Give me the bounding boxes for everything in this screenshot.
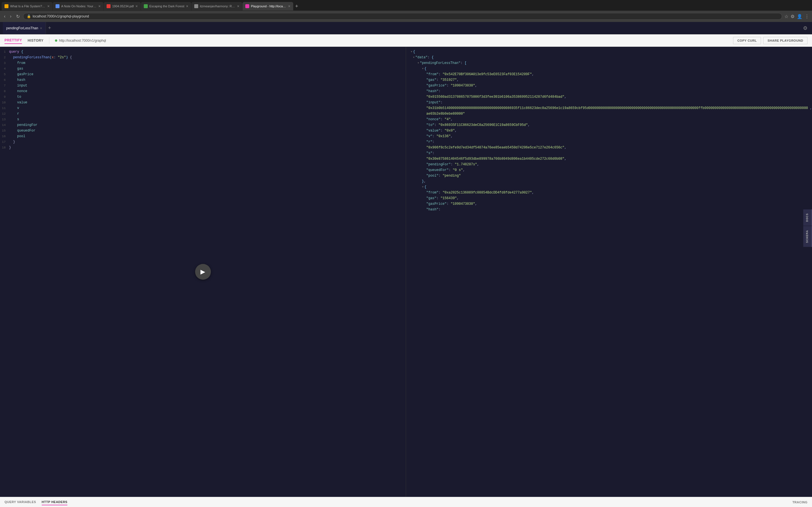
settings-icon[interactable]: ⚙: [799, 23, 812, 34]
resp-line-12: "nonce": "4",: [408, 117, 812, 122]
line-content-6: hash: [9, 77, 406, 83]
browser-tab-3[interactable]: 1904.05234.pdf ×: [104, 2, 141, 10]
tracing-label: TRACING: [792, 501, 808, 504]
execute-query-button[interactable]: ▶: [195, 264, 211, 280]
http-headers-tab[interactable]: HTTP HEADERS: [42, 499, 67, 505]
endpoint-status-dot: [55, 40, 57, 42]
code-line-17: 17 }: [0, 139, 406, 145]
line-number-13: 13: [0, 117, 9, 122]
tab-close-2[interactable]: ×: [98, 4, 101, 8]
schema-tab[interactable]: SCHEMA: [803, 226, 812, 247]
reload-button[interactable]: ↻: [15, 13, 21, 20]
resp-line-5: "from": "0x542E70Bf306A013e9fc53eE6523Fa…: [408, 71, 812, 77]
bottom-tabs: QUERY VARIABLES HTTP HEADERS: [4, 499, 67, 505]
code-line-11: 11 v: [0, 105, 406, 111]
tab-close-1[interactable]: ×: [47, 4, 50, 8]
tab-favicon-4: [144, 4, 148, 8]
query-variables-tab[interactable]: QUERY VARIABLES: [4, 499, 36, 505]
line-content-1: query {: [9, 49, 406, 55]
line-content-10: value: [9, 100, 406, 105]
menu-icon[interactable]: ⋮: [805, 14, 809, 19]
playground-app: pendingForLessThan × + ⚙ PRETTIFY HISTOR…: [0, 22, 812, 507]
bookmark-icon[interactable]: ☆: [784, 14, 788, 19]
browser-actions: ☆ ⚙ 👤 ⋮: [784, 14, 809, 19]
tab-close-4[interactable]: ×: [186, 4, 188, 8]
line-number-9: 9: [0, 94, 9, 100]
code-line-10: 10 value: [0, 100, 406, 105]
tab-title-6: Playground - http://localhos...: [251, 4, 287, 8]
tab-favicon-6: [245, 4, 249, 8]
collapse-item2[interactable]: [422, 184, 424, 190]
tab-close-6[interactable]: ×: [288, 4, 290, 8]
docs-tab[interactable]: DOCS: [803, 209, 812, 226]
collapse-root[interactable]: [410, 49, 412, 55]
code-line-12: 12 r: [0, 111, 406, 117]
new-tab-button[interactable]: +: [294, 3, 300, 10]
line-number-7: 7: [0, 83, 9, 89]
collapse-item1[interactable]: [422, 66, 424, 71]
browser-tab-2[interactable]: A Note On Nodes: Your Gate... ×: [53, 2, 103, 10]
browser-chrome: What Is a File System? Type... × A Note …: [0, 0, 812, 22]
playground-bottom-bar: QUERY VARIABLES HTTP HEADERS TRACING: [0, 497, 812, 507]
playground-tabs: pendingForLessThan × +: [0, 22, 799, 34]
line-number-8: 8: [0, 89, 9, 94]
address-text: localhost:7000/v1/graphql-playground: [33, 14, 89, 18]
action-buttons: COPY CURL SHARE PLAYGROUND: [733, 37, 808, 44]
line-content-15: queuedFor: [9, 128, 406, 133]
resp-line-22: "pool": "pending": [408, 173, 812, 179]
tab-title-1: What Is a File System? Type...: [10, 4, 46, 8]
line-content-17: }: [9, 139, 406, 145]
history-button[interactable]: HISTORY: [28, 38, 43, 44]
add-tab-button[interactable]: +: [46, 25, 54, 31]
line-content-16: pool: [9, 133, 406, 139]
resp-line-15: "v": "0x136",: [408, 133, 812, 139]
code-line-15: 15 queuedFor: [0, 128, 406, 133]
line-number-6: 6: [0, 77, 9, 83]
side-tabs: DOCS SCHEMA: [803, 209, 812, 247]
line-number-17: 17: [0, 139, 9, 145]
browser-tab-1[interactable]: What Is a File System? Type... ×: [2, 2, 52, 10]
copy-curl-button[interactable]: COPY CURL: [733, 37, 761, 44]
tab-favicon-3: [107, 4, 110, 8]
collapse-pending[interactable]: [417, 60, 419, 66]
collapse-data[interactable]: [413, 55, 415, 60]
endpoint-display: http://localhost:7000/v1/graphql: [55, 39, 727, 43]
line-number-16: 16: [0, 133, 9, 139]
line-number-1: 1: [0, 49, 9, 55]
playground-main: 1 query { 2 pendingForLessThan(x: "2s") …: [0, 47, 812, 497]
line-content-9: to: [9, 94, 406, 100]
resp-line-23: },: [408, 179, 812, 184]
forward-button[interactable]: ›: [9, 13, 12, 19]
tab-close-5[interactable]: ×: [237, 4, 239, 8]
code-line-5: 5 gasPrice: [0, 71, 406, 77]
prettify-button[interactable]: PRETTIFY: [4, 37, 22, 44]
playground-tab-label: pendingForLessThan: [6, 26, 38, 30]
playground-tab-close[interactable]: ×: [40, 26, 42, 31]
browser-tab-6[interactable]: Playground - http://localhos... ×: [243, 2, 293, 10]
playground-tab-active[interactable]: pendingForLessThan ×: [3, 22, 46, 34]
play-button-container: ▶: [195, 264, 211, 280]
code-line-14: 14 pendingFor: [0, 122, 406, 128]
resp-line-7: "gasPrice": "1090473030",: [408, 83, 812, 89]
back-button[interactable]: ‹: [3, 13, 6, 19]
share-playground-button[interactable]: SHARE PLAYGROUND: [763, 37, 808, 44]
code-line-3: 3 from: [0, 60, 406, 66]
extensions-icon[interactable]: ⚙: [791, 14, 795, 19]
line-number-4: 4: [0, 66, 9, 71]
profile-icon[interactable]: 👤: [797, 14, 802, 19]
line-content-11: v: [9, 105, 406, 111]
line-content-7: input: [9, 83, 406, 89]
query-editor[interactable]: 1 query { 2 pendingForLessThan(x: "2s") …: [0, 47, 406, 497]
browser-tab-4[interactable]: Escaping the Dark Forest ×: [141, 2, 191, 10]
tab-title-5: itzmeanjan/harmony: Reduc...: [200, 4, 236, 8]
line-content-3: from: [9, 60, 406, 66]
resp-line-28: "hash":: [408, 207, 812, 212]
line-content-13: s: [9, 117, 406, 122]
address-bar[interactable]: 🔒 localhost:7000/v1/graphql-playground: [23, 13, 782, 20]
resp-line-3: "pendingForLessThan": [: [408, 60, 812, 66]
response-panel[interactable]: { "data": { "pendingForLessThan": [ { "f…: [406, 47, 812, 497]
tab-close-3[interactable]: ×: [135, 4, 138, 8]
line-content-4: gas: [9, 66, 406, 71]
browser-tab-5[interactable]: itzmeanjan/harmony: Reduc... ×: [192, 2, 242, 10]
code-line-1: 1 query {: [0, 49, 406, 55]
